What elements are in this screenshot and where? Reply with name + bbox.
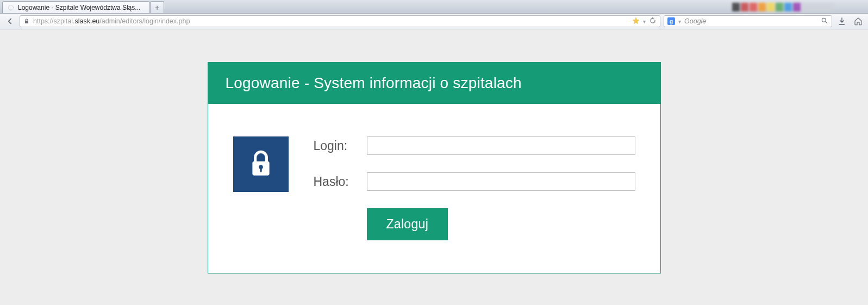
bookmark-star-icon[interactable] <box>632 17 640 26</box>
chevron-down-icon[interactable]: ▾ <box>643 18 646 24</box>
login-row: Login: <box>314 136 635 155</box>
password-label: Hasło: <box>314 175 352 189</box>
password-row: Hasło: <box>314 172 635 191</box>
browser-tab-strip: Logowanie - Szpitale Województwa Śląs...… <box>0 0 868 14</box>
login-header: Logowanie - System informacji o szpitala… <box>208 63 660 104</box>
login-card: Logowanie - System informacji o szpitala… <box>208 62 661 273</box>
back-button[interactable] <box>3 15 16 28</box>
reload-icon[interactable] <box>649 17 657 26</box>
lock-icon <box>233 136 289 192</box>
tab-title: Logowanie - Szpitale Województwa Śląs... <box>18 4 145 11</box>
browser-nav-bar: https://szpital.slask.eu/admin/editors/l… <box>0 14 868 29</box>
login-form: Login: Hasło: Zaloguj <box>314 136 635 240</box>
search-bar[interactable]: g ▾ Google <box>664 15 832 27</box>
home-button[interactable] <box>852 15 865 28</box>
lock-icon <box>23 18 30 24</box>
login-body: Login: Hasło: Zaloguj <box>208 104 660 273</box>
submit-button[interactable]: Zaloguj <box>367 208 448 240</box>
search-placeholder: Google <box>684 17 817 25</box>
submit-row: Zaloguj <box>314 208 635 240</box>
svg-point-0 <box>9 5 14 10</box>
password-input[interactable] <box>367 172 635 191</box>
url-text: https://szpital.slask.eu/admin/editors/l… <box>33 17 629 25</box>
page-viewport: Logowanie - System informacji o szpitala… <box>0 62 868 305</box>
new-tab-button[interactable]: + <box>150 1 164 13</box>
url-bar[interactable]: https://szpital.slask.eu/admin/editors/l… <box>20 15 660 27</box>
login-input[interactable] <box>367 136 635 155</box>
browser-tab-active[interactable]: Logowanie - Szpitale Województwa Śląs... <box>2 1 150 13</box>
chevron-down-icon[interactable]: ▾ <box>678 18 681 24</box>
globe-icon <box>7 4 15 11</box>
background-window-blur <box>449 0 868 14</box>
url-bar-actions: ▾ <box>632 17 657 26</box>
login-label: Login: <box>314 139 352 153</box>
google-icon: g <box>667 17 675 25</box>
svg-point-1 <box>822 18 826 22</box>
search-icon[interactable] <box>821 17 828 26</box>
downloads-button[interactable] <box>835 15 848 28</box>
svg-rect-4 <box>260 168 261 172</box>
